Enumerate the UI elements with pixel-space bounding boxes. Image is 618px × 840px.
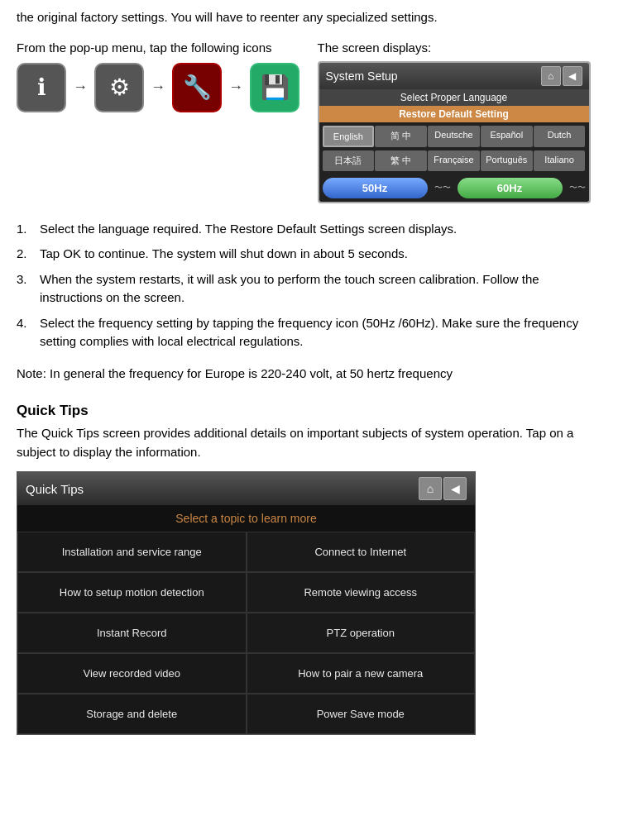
- ss-lang-grid-row1: English 简 中 Deutsche Español Dutch: [319, 122, 589, 150]
- steps-list: 1. Select the language required. The Res…: [17, 220, 601, 351]
- step-4-num: 4.: [17, 314, 40, 351]
- arrow-2: →: [151, 79, 165, 96]
- quick-tips-screen: Quick Tips ⌂ ◀ Select a topic to learn m…: [17, 471, 476, 735]
- step-1: 1. Select the language required. The Res…: [17, 220, 601, 239]
- step-3: 3. When the system restarts, it will ask…: [17, 270, 601, 308]
- arrow-1: →: [73, 79, 88, 96]
- qt-item-remote-viewing[interactable]: Remote viewing access: [247, 572, 476, 613]
- qt-header: Quick Tips ⌂ ◀: [17, 472, 475, 505]
- lang-francaise[interactable]: Française: [428, 150, 480, 171]
- qt-grid: Installation and service range Connect t…: [17, 532, 475, 734]
- ss-header-icons: ⌂ ◀: [541, 66, 582, 86]
- lang-simplified-chinese[interactable]: 简 中: [375, 126, 427, 147]
- ss-header: System Setup ⌂ ◀: [319, 63, 589, 89]
- step-4-text: Select the frequency setting by tapping …: [40, 314, 601, 351]
- qt-item-power-save[interactable]: Power Save mode: [247, 694, 476, 734]
- lang-espanol[interactable]: Español: [481, 126, 533, 147]
- info-icon: ℹ: [17, 63, 66, 112]
- qt-item-storage-delete[interactable]: Storage and delete: [17, 694, 247, 734]
- lang-traditional-chinese[interactable]: 繁 中: [375, 150, 427, 171]
- freq-60hz-wave: 〜〜: [569, 182, 586, 193]
- quick-tips-section-title: Quick Tips: [17, 403, 601, 419]
- lang-portugues[interactable]: Português: [481, 150, 533, 171]
- qt-item-connect-internet[interactable]: Connect to Internet: [247, 532, 476, 572]
- ss-title: System Setup: [326, 69, 398, 83]
- step-2-text: Tap OK to continue. The system will shut…: [40, 245, 408, 264]
- lang-deutsche[interactable]: Deutsche: [428, 126, 480, 147]
- qt-item-view-recorded[interactable]: View recorded video: [17, 653, 247, 694]
- freq-60hz-button[interactable]: 60Hz: [458, 178, 563, 198]
- lang-dutch[interactable]: Dutch: [534, 126, 586, 147]
- ss-freq-row: 50Hz 〜〜 60Hz 〜〜: [319, 174, 589, 202]
- qt-home-icon[interactable]: ⌂: [419, 477, 442, 500]
- wrench-icon: 🔧: [172, 63, 222, 112]
- step-4: 4. Select the frequency setting by tappi…: [17, 314, 601, 351]
- ss-back-icon[interactable]: ◀: [563, 66, 582, 86]
- gear-icon: ⚙: [94, 63, 144, 112]
- quick-tips-section-desc: The Quick Tips screen provides additiona…: [17, 424, 601, 461]
- qt-item-ptz-operation[interactable]: PTZ operation: [247, 613, 476, 653]
- ss-lang-grid-row2: 日本語 繁 中 Française Português Italiano: [319, 150, 589, 174]
- note-text: Note: In general the frequency for Europ…: [17, 365, 601, 384]
- popup-instruction: From the pop-up menu, tap the following …: [17, 41, 301, 55]
- system-setup-screen: System Setup ⌂ ◀ Select Proper Language …: [318, 61, 591, 203]
- step-3-text: When the system restarts, it will ask yo…: [40, 270, 601, 308]
- right-column: The screen displays: System Setup ⌂ ◀ Se…: [318, 41, 602, 203]
- step-3-num: 3.: [17, 270, 40, 308]
- freq-50hz-wave: 〜〜: [434, 182, 451, 193]
- ss-subtitle: Select Proper Language: [319, 89, 589, 106]
- left-column: From the pop-up menu, tap the following …: [17, 41, 301, 203]
- qt-item-installation[interactable]: Installation and service range: [17, 532, 247, 572]
- two-col-layout: From the pop-up menu, tap the following …: [17, 41, 601, 203]
- lang-italiano[interactable]: Italiano: [534, 150, 586, 171]
- intro-line1: the original factory settings. You will …: [17, 8, 601, 27]
- qt-subtitle: Select a topic to learn more: [17, 505, 475, 532]
- screen-label: The screen displays:: [318, 41, 602, 55]
- lang-english[interactable]: English: [323, 126, 375, 147]
- freq-50hz-button[interactable]: 50Hz: [323, 178, 428, 198]
- ss-home-icon[interactable]: ⌂: [541, 66, 561, 86]
- step-1-text: Select the language required. The Restor…: [40, 220, 457, 239]
- qt-item-instant-record[interactable]: Instant Record: [17, 613, 247, 653]
- icon-sequence: ℹ → ⚙ → 🔧 → 💾: [17, 63, 301, 112]
- qt-header-icons: ⌂ ◀: [419, 477, 467, 500]
- lang-japanese[interactable]: 日本語: [323, 150, 375, 171]
- step-2-num: 2.: [17, 245, 40, 264]
- screen-icon: 💾: [250, 63, 299, 112]
- step-2: 2. Tap OK to continue. The system will s…: [17, 245, 601, 264]
- qt-screen-title: Quick Tips: [26, 482, 84, 496]
- step-1-num: 1.: [17, 220, 40, 239]
- ss-restore: Restore Default Setting: [319, 106, 589, 122]
- qt-item-motion-detection[interactable]: How to setup motion detection: [17, 572, 247, 613]
- arrow-3: →: [228, 79, 243, 96]
- qt-back-icon[interactable]: ◀: [443, 477, 467, 500]
- qt-item-pair-camera[interactable]: How to pair a new camera: [247, 653, 476, 694]
